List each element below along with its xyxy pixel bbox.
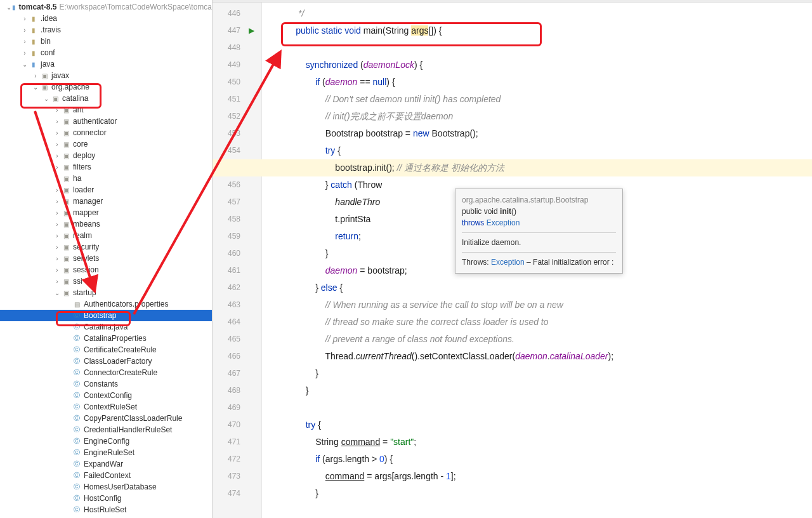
tree-item[interactable]: ›▣loader xyxy=(0,184,212,196)
tree-arrow-icon[interactable]: › xyxy=(53,209,62,216)
code-line[interactable]: Bootstrap bootstrap = new Bootstrap(); xyxy=(276,125,812,142)
tree-arrow-icon[interactable]: › xyxy=(53,164,62,171)
tree-item[interactable]: ⒸContextConfig xyxy=(0,390,212,401)
code-line[interactable]: } xyxy=(276,382,812,399)
code-line[interactable]: // Don't set daemon until init() has com… xyxy=(276,91,812,108)
tree-item[interactable]: ›▣security xyxy=(0,241,212,253)
tree-arrow-icon[interactable]: › xyxy=(53,107,62,114)
tree-item[interactable]: ›▣ha xyxy=(0,173,212,184)
tree-arrow-icon[interactable]: › xyxy=(53,244,62,251)
code-line[interactable]: String command = "start"; xyxy=(276,434,812,451)
code-line[interactable]: daemon = bootstrap; xyxy=(276,262,812,279)
tree-item[interactable]: ›▣mapper xyxy=(0,207,212,218)
code-line[interactable]: // When running as a service the call to… xyxy=(276,296,812,314)
tree-item[interactable]: ›▣ssi xyxy=(0,276,212,287)
tree-item[interactable]: ›▣authenticator xyxy=(0,116,212,127)
tree-arrow-icon[interactable]: › xyxy=(53,267,62,274)
tree-arrow-icon[interactable]: ⌄ xyxy=(42,95,51,102)
tree-arrow-icon[interactable]: › xyxy=(53,118,62,125)
code-line[interactable]: Thread.currentThread().setContextClassLo… xyxy=(276,348,812,365)
tree-arrow-icon[interactable]: › xyxy=(20,27,29,34)
tree-item[interactable]: ›▣ant xyxy=(0,104,212,116)
code-line[interactable]: bootstrap.init(); // 通过名称是 初始化的方法 xyxy=(213,159,812,176)
code-line[interactable]: } xyxy=(276,365,812,382)
tree-item[interactable]: ›▣manager xyxy=(0,196,212,207)
code-line[interactable]: // init()完成之前不要设置daemon xyxy=(276,108,812,125)
tree-item[interactable]: ⒸEngineConfig xyxy=(0,435,212,447)
tree-item[interactable]: ⒸCredentialHandlerRuleSet xyxy=(0,424,212,435)
tree-arrow-icon[interactable]: › xyxy=(53,152,62,159)
tree-item[interactable]: ›▣mbeans xyxy=(0,218,212,230)
tree-arrow-icon[interactable]: ⌄ xyxy=(31,84,40,91)
code-line[interactable]: if (args.length > 0) { xyxy=(276,451,812,468)
tree-item[interactable]: ⌄▮tomcat-8.5E:\workspace\TomcatCodeWorkS… xyxy=(0,1,212,13)
tree-item[interactable]: ⌄▣startup xyxy=(0,287,212,298)
code-line[interactable]: } else { xyxy=(276,279,812,296)
tree-item[interactable]: ⒸHomesUserDatabase xyxy=(0,481,212,493)
tree-item[interactable]: ⒸHostRuleSet xyxy=(0,504,212,515)
code-line[interactable]: } xyxy=(276,245,812,262)
tree-item[interactable]: ⒸCatalinaProperties xyxy=(0,333,212,344)
tree-arrow-icon[interactable]: › xyxy=(53,198,62,205)
tree-item[interactable]: ⌄▣org.apache xyxy=(0,81,212,93)
tree-item[interactable]: ⒸClassLoaderFactory xyxy=(0,355,212,367)
code-line[interactable]: } xyxy=(276,485,812,502)
code-line[interactable]: return; xyxy=(276,228,812,245)
tree-item[interactable]: ›▣realm xyxy=(0,230,212,241)
tree-item[interactable]: ⒸContextRuleSet xyxy=(0,401,212,413)
tree-item[interactable]: ›▮bin xyxy=(0,36,212,47)
tree-item[interactable]: ⒸConnectorCreateRule xyxy=(0,367,212,378)
code-line[interactable]: // prevent a range of class not found ex… xyxy=(276,331,812,348)
tree-item[interactable]: ⒸHostConfig xyxy=(0,493,212,504)
tree-arrow-icon[interactable]: ⌄ xyxy=(6,4,11,11)
tree-item[interactable]: ›▮conf xyxy=(0,47,212,58)
tree-item[interactable]: ›▣servlets xyxy=(0,253,212,264)
tree-arrow-icon[interactable]: › xyxy=(53,221,62,228)
tree-item[interactable]: ›▮.travis xyxy=(0,24,212,36)
code-line[interactable]: if (daemon == null) { xyxy=(276,74,812,91)
code-line[interactable]: command = args[args.length - 1]; xyxy=(276,468,812,485)
tree-item[interactable]: ›▮.idea xyxy=(0,13,212,24)
tree-arrow-icon[interactable]: › xyxy=(53,232,62,239)
code-line[interactable] xyxy=(276,399,812,416)
tree-item[interactable]: ›▣session xyxy=(0,264,212,276)
tree-item[interactable]: ⒸFailedContext xyxy=(0,470,212,481)
code-line[interactable]: handleThro xyxy=(276,194,812,211)
tree-arrow-icon[interactable]: › xyxy=(53,278,62,285)
tree-item[interactable]: ⒸCertificateCreateRule xyxy=(0,344,212,355)
tree-arrow-icon[interactable]: › xyxy=(53,141,62,148)
tree-item[interactable]: ›▣core xyxy=(0,138,212,150)
code-line[interactable]: try { xyxy=(276,142,812,159)
tree-item[interactable]: ▤Authenticators.properties xyxy=(0,298,212,310)
tree-arrow-icon[interactable]: › xyxy=(20,50,29,56)
tree-item[interactable]: ⒸCatalina.java xyxy=(0,321,212,333)
code-line[interactable]: synchronized (daemonLock) { xyxy=(276,56,812,74)
tree-item[interactable]: ⒸEngineRuleSet xyxy=(0,447,212,458)
tree-arrow-icon[interactable]: ⌄ xyxy=(20,61,29,68)
code-line[interactable]: try { xyxy=(276,416,812,434)
tree-item[interactable]: ⒸConstants xyxy=(0,378,212,390)
tree-arrow-icon[interactable]: › xyxy=(20,15,29,22)
tree-arrow-icon[interactable]: › xyxy=(20,38,29,45)
tree-arrow-icon[interactable]: › xyxy=(53,175,62,182)
tree-arrow-icon[interactable]: › xyxy=(53,130,62,136)
tree-arrow-icon[interactable]: › xyxy=(31,72,40,79)
code-line[interactable] xyxy=(276,39,812,56)
tree-item[interactable]: ⒸBootstrap xyxy=(0,310,212,321)
code-line[interactable]: } catch (Throw xyxy=(276,176,812,194)
tree-item[interactable]: ›▣filters xyxy=(0,161,212,173)
tree-item[interactable]: ⒸExpandWar xyxy=(0,458,212,470)
tree-arrow-icon[interactable]: › xyxy=(53,187,62,194)
tree-arrow-icon[interactable]: › xyxy=(53,255,62,262)
tree-item[interactable]: ⒸCopyParentClassLoaderRule xyxy=(0,413,212,424)
tree-item[interactable]: ›▣deploy xyxy=(0,150,212,161)
code-line[interactable]: */ xyxy=(276,5,812,22)
code-line[interactable]: // thread so make sure the correct class… xyxy=(276,314,812,331)
tree-item[interactable]: ⌄▮java xyxy=(0,58,212,70)
tree-item[interactable]: ⌄▣catalina xyxy=(0,93,212,104)
tree-item[interactable]: ›▣javax xyxy=(0,70,212,81)
code-line[interactable]: t.printSta xyxy=(276,211,812,228)
code-line[interactable]: public static void main(String args[]) { xyxy=(276,22,812,39)
tree-arrow-icon[interactable]: ⌄ xyxy=(53,289,62,296)
run-gutter-icon[interactable]: ▶ xyxy=(243,22,259,39)
